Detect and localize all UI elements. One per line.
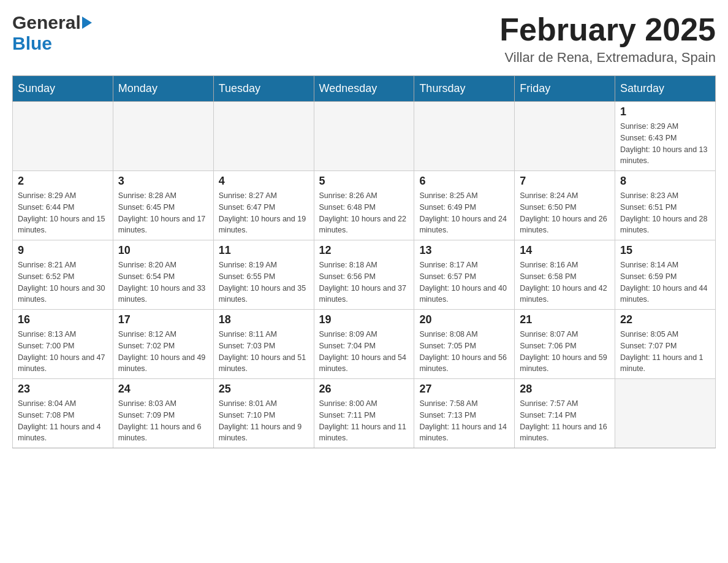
calendar-day-cell xyxy=(213,102,314,171)
month-title: February 2025 xyxy=(499,12,716,47)
day-number: 23 xyxy=(18,383,108,396)
day-info: Sunrise: 8:00 AM Sunset: 7:11 PM Dayligh… xyxy=(319,398,409,444)
day-number: 10 xyxy=(118,244,208,257)
day-number: 15 xyxy=(620,244,710,257)
calendar-day-cell: 21Sunrise: 8:07 AM Sunset: 7:06 PM Dayli… xyxy=(515,310,615,379)
calendar-day-cell: 19Sunrise: 8:09 AM Sunset: 7:04 PM Dayli… xyxy=(314,310,414,379)
weekday-header-thursday: Thursday xyxy=(414,76,515,102)
day-info: Sunrise: 8:16 AM Sunset: 6:58 PM Dayligh… xyxy=(520,259,610,305)
day-number: 9 xyxy=(18,244,108,257)
day-info: Sunrise: 8:01 AM Sunset: 7:10 PM Dayligh… xyxy=(219,398,309,444)
calendar-table: SundayMondayTuesdayWednesdayThursdayFrid… xyxy=(12,75,716,448)
day-info: Sunrise: 8:08 AM Sunset: 7:05 PM Dayligh… xyxy=(419,329,509,375)
day-info: Sunrise: 8:25 AM Sunset: 6:49 PM Dayligh… xyxy=(419,190,509,236)
calendar-day-cell: 15Sunrise: 8:14 AM Sunset: 6:59 PM Dayli… xyxy=(615,240,716,310)
calendar-day-cell: 12Sunrise: 8:18 AM Sunset: 6:56 PM Dayli… xyxy=(314,240,414,310)
calendar-day-cell xyxy=(515,102,615,171)
calendar-day-cell: 14Sunrise: 8:16 AM Sunset: 6:58 PM Dayli… xyxy=(515,240,615,310)
day-number: 27 xyxy=(419,383,509,396)
weekday-header-tuesday: Tuesday xyxy=(213,76,314,102)
calendar-day-cell: 13Sunrise: 8:17 AM Sunset: 6:57 PM Dayli… xyxy=(414,240,515,310)
day-info: Sunrise: 8:20 AM Sunset: 6:54 PM Dayligh… xyxy=(118,259,208,305)
day-info: Sunrise: 7:58 AM Sunset: 7:13 PM Dayligh… xyxy=(419,398,509,444)
day-info: Sunrise: 7:57 AM Sunset: 7:14 PM Dayligh… xyxy=(520,398,610,444)
calendar-day-cell: 24Sunrise: 8:03 AM Sunset: 7:09 PM Dayli… xyxy=(113,379,213,448)
weekday-header-monday: Monday xyxy=(113,76,213,102)
weekday-header-wednesday: Wednesday xyxy=(314,76,414,102)
day-number: 6 xyxy=(419,175,509,188)
calendar-day-cell: 5Sunrise: 8:26 AM Sunset: 6:48 PM Daylig… xyxy=(314,171,414,240)
calendar-day-cell: 17Sunrise: 8:12 AM Sunset: 7:02 PM Dayli… xyxy=(113,310,213,379)
day-number: 26 xyxy=(319,383,409,396)
day-info: Sunrise: 8:11 AM Sunset: 7:03 PM Dayligh… xyxy=(219,329,309,375)
day-number: 7 xyxy=(520,175,610,188)
weekday-header-friday: Friday xyxy=(515,76,615,102)
day-number: 14 xyxy=(520,244,610,257)
day-info: Sunrise: 8:17 AM Sunset: 6:57 PM Dayligh… xyxy=(419,259,509,305)
day-number: 16 xyxy=(18,313,108,326)
day-number: 21 xyxy=(520,313,610,326)
day-number: 12 xyxy=(319,244,409,257)
day-info: Sunrise: 8:19 AM Sunset: 6:55 PM Dayligh… xyxy=(219,259,309,305)
day-number: 28 xyxy=(520,383,610,396)
calendar-day-cell: 10Sunrise: 8:20 AM Sunset: 6:54 PM Dayli… xyxy=(113,240,213,310)
page-header: General Blue February 2025 Villar de Ren… xyxy=(12,12,716,66)
day-info: Sunrise: 8:12 AM Sunset: 7:02 PM Dayligh… xyxy=(118,329,208,375)
calendar-day-cell xyxy=(113,102,213,171)
weekday-header-saturday: Saturday xyxy=(615,76,716,102)
day-info: Sunrise: 8:26 AM Sunset: 6:48 PM Dayligh… xyxy=(319,190,409,236)
day-info: Sunrise: 8:24 AM Sunset: 6:50 PM Dayligh… xyxy=(520,190,610,236)
calendar-day-cell xyxy=(13,102,113,171)
calendar-week-row: 16Sunrise: 8:13 AM Sunset: 7:00 PM Dayli… xyxy=(13,310,716,379)
day-info: Sunrise: 8:13 AM Sunset: 7:00 PM Dayligh… xyxy=(18,329,108,375)
day-info: Sunrise: 8:07 AM Sunset: 7:06 PM Dayligh… xyxy=(520,329,610,375)
day-info: Sunrise: 8:28 AM Sunset: 6:45 PM Dayligh… xyxy=(118,190,208,236)
day-number: 8 xyxy=(620,175,710,188)
calendar-week-row: 9Sunrise: 8:21 AM Sunset: 6:52 PM Daylig… xyxy=(13,240,716,310)
day-number: 11 xyxy=(219,244,309,257)
calendar-day-cell: 2Sunrise: 8:29 AM Sunset: 6:44 PM Daylig… xyxy=(13,171,113,240)
calendar-day-cell: 3Sunrise: 8:28 AM Sunset: 6:45 PM Daylig… xyxy=(113,171,213,240)
day-number: 2 xyxy=(18,175,108,188)
day-number: 22 xyxy=(620,313,710,326)
calendar-day-cell: 20Sunrise: 8:08 AM Sunset: 7:05 PM Dayli… xyxy=(414,310,515,379)
day-info: Sunrise: 8:09 AM Sunset: 7:04 PM Dayligh… xyxy=(319,329,409,375)
day-info: Sunrise: 8:21 AM Sunset: 6:52 PM Dayligh… xyxy=(18,259,108,305)
day-number: 4 xyxy=(219,175,309,188)
day-info: Sunrise: 8:27 AM Sunset: 6:47 PM Dayligh… xyxy=(219,190,309,236)
day-number: 3 xyxy=(118,175,208,188)
day-number: 13 xyxy=(419,244,509,257)
calendar-day-cell: 28Sunrise: 7:57 AM Sunset: 7:14 PM Dayli… xyxy=(515,379,615,448)
calendar-week-row: 23Sunrise: 8:04 AM Sunset: 7:08 PM Dayli… xyxy=(13,379,716,448)
day-info: Sunrise: 8:23 AM Sunset: 6:51 PM Dayligh… xyxy=(620,190,710,236)
calendar-day-cell: 6Sunrise: 8:25 AM Sunset: 6:49 PM Daylig… xyxy=(414,171,515,240)
day-number: 24 xyxy=(118,383,208,396)
day-number: 20 xyxy=(419,313,509,326)
logo-blue-text: Blue xyxy=(12,33,52,53)
logo-general-text: General xyxy=(12,12,81,33)
day-number: 5 xyxy=(319,175,409,188)
calendar-day-cell xyxy=(314,102,414,171)
day-info: Sunrise: 8:29 AM Sunset: 6:43 PM Dayligh… xyxy=(620,121,710,167)
title-block: February 2025 Villar de Rena, Extremadur… xyxy=(499,12,716,66)
logo: General Blue xyxy=(12,12,92,54)
day-number: 25 xyxy=(219,383,309,396)
calendar-day-cell: 25Sunrise: 8:01 AM Sunset: 7:10 PM Dayli… xyxy=(213,379,314,448)
calendar-day-cell: 8Sunrise: 8:23 AM Sunset: 6:51 PM Daylig… xyxy=(615,171,716,240)
day-info: Sunrise: 8:29 AM Sunset: 6:44 PM Dayligh… xyxy=(18,190,108,236)
day-info: Sunrise: 8:05 AM Sunset: 7:07 PM Dayligh… xyxy=(620,329,710,375)
day-info: Sunrise: 8:14 AM Sunset: 6:59 PM Dayligh… xyxy=(620,259,710,305)
day-info: Sunrise: 8:04 AM Sunset: 7:08 PM Dayligh… xyxy=(18,398,108,444)
day-number: 18 xyxy=(219,313,309,326)
calendar-day-cell: 1Sunrise: 8:29 AM Sunset: 6:43 PM Daylig… xyxy=(615,102,716,171)
calendar-header-row: SundayMondayTuesdayWednesdayThursdayFrid… xyxy=(13,76,716,102)
calendar-week-row: 1Sunrise: 8:29 AM Sunset: 6:43 PM Daylig… xyxy=(13,102,716,171)
calendar-day-cell xyxy=(414,102,515,171)
day-number: 17 xyxy=(118,313,208,326)
location-text: Villar de Rena, Extremadura, Spain xyxy=(499,50,716,66)
calendar-day-cell: 18Sunrise: 8:11 AM Sunset: 7:03 PM Dayli… xyxy=(213,310,314,379)
calendar-day-cell: 16Sunrise: 8:13 AM Sunset: 7:00 PM Dayli… xyxy=(13,310,113,379)
day-number: 1 xyxy=(620,105,710,118)
day-info: Sunrise: 8:18 AM Sunset: 6:56 PM Dayligh… xyxy=(319,259,409,305)
day-info: Sunrise: 8:03 AM Sunset: 7:09 PM Dayligh… xyxy=(118,398,208,444)
